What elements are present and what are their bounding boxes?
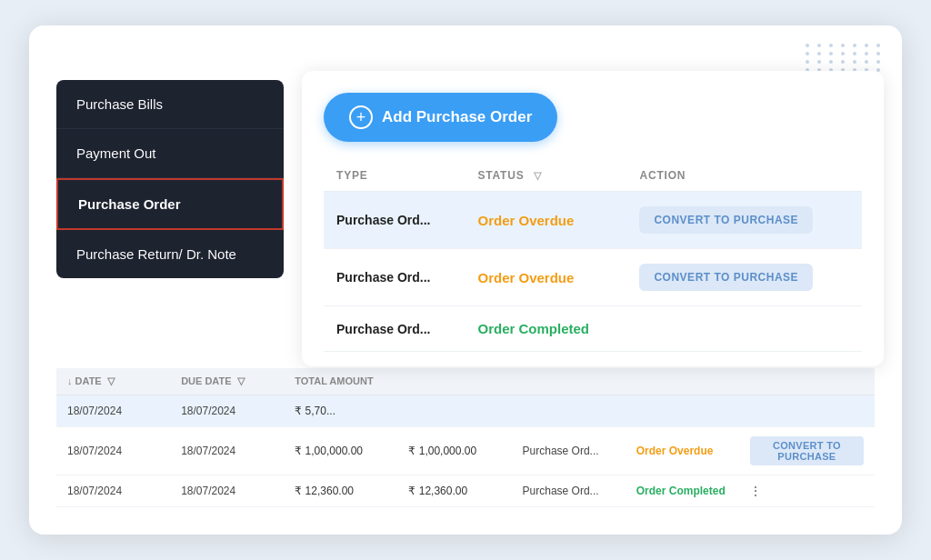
row2-action: CONVERT TO PURCHASE	[626, 249, 862, 306]
bg-col-duedate: DUE DATE ▽	[181, 375, 295, 387]
bg-table-row: 18/07/2024 18/07/2024 ₹ 12,360.00 ₹ 12,3…	[56, 475, 875, 507]
plus-circle-icon: +	[349, 105, 373, 129]
row1-status: Order Overdue	[465, 192, 626, 249]
main-table: TYPE STATUS ▽ ACTION Purchase Ord... Ord…	[324, 160, 862, 352]
main-container: ↓ DATE ▽ DUE DATE ▽ TOTAL AMOUNT 18/07/2…	[29, 25, 902, 535]
row3-action	[626, 306, 862, 352]
table-row: Purchase Ord... Order Completed	[324, 306, 862, 352]
bg-row-total: ₹ 5,70...	[295, 405, 408, 417]
col-header-status: STATUS ▽	[465, 160, 626, 192]
bg-table: ↓ DATE ▽ DUE DATE ▽ TOTAL AMOUNT 18/07/2…	[56, 368, 875, 507]
bg-col-extra1	[408, 375, 522, 387]
sidebar-menu: Purchase Bills Payment Out Purchase Orde…	[56, 80, 284, 278]
col-header-action: ACTION	[626, 160, 862, 192]
row1-type: Purchase Ord...	[324, 192, 465, 249]
bg-row-duedate: 18/07/2024	[181, 405, 295, 417]
table-row: Purchase Ord... Order Overdue CONVERT TO…	[324, 249, 862, 306]
add-purchase-order-button[interactable]: + Add Purchase Order	[324, 93, 557, 142]
bg-table-row: 18/07/2024 18/07/2024 ₹ 5,70...	[56, 395, 875, 427]
add-button-label: Add Purchase Order	[382, 108, 532, 126]
bg-col-extra2	[523, 375, 636, 387]
row3-type: Purchase Ord...	[324, 306, 465, 352]
bg-col-total: TOTAL AMOUNT	[295, 375, 408, 387]
col-header-type: TYPE	[324, 160, 465, 192]
bg-col-date: ↓ DATE ▽	[67, 375, 181, 387]
bg-col-extra4	[750, 375, 864, 387]
row3-status: Order Completed	[465, 306, 626, 352]
status-filter-icon[interactable]: ▽	[534, 170, 542, 182]
bg-table-row: 18/07/2024 18/07/2024 ₹ 1,00,000.00 ₹ 1,…	[56, 427, 875, 475]
row2-type: Purchase Ord...	[324, 249, 465, 306]
menu-item-purchase-return[interactable]: Purchase Return/ Dr. Note	[56, 230, 284, 278]
menu-item-purchase-bills[interactable]: Purchase Bills	[56, 80, 284, 129]
convert-to-purchase-btn-1[interactable]: CONVERT TO PURCHASE	[639, 206, 813, 234]
bg-convert-btn[interactable]: CONVERT TO PURCHASE	[750, 436, 864, 465]
bg-col-extra3	[636, 375, 750, 387]
menu-item-purchase-order[interactable]: Purchase Order	[56, 178, 284, 230]
bg-row-date: 18/07/2024	[67, 405, 181, 417]
foreground-card: + Add Purchase Order TYPE STATUS ▽ ACTIO…	[302, 71, 884, 366]
convert-to-purchase-btn-2[interactable]: CONVERT TO PURCHASE	[639, 264, 813, 291]
table-row: Purchase Ord... Order Overdue CONVERT TO…	[324, 192, 862, 249]
row2-status: Order Overdue	[465, 249, 626, 306]
menu-item-payment-out[interactable]: Payment Out	[56, 129, 284, 178]
row1-action: CONVERT TO PURCHASE	[626, 192, 862, 249]
